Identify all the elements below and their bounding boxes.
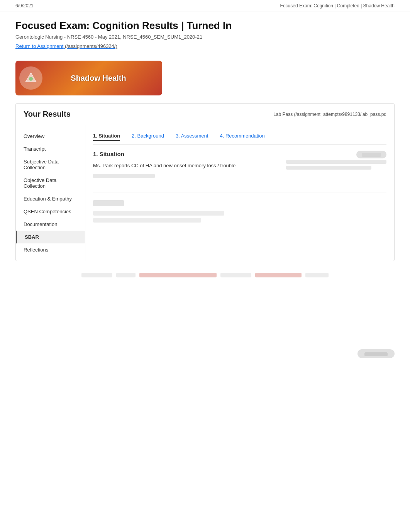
blurred-desc-2 [93, 218, 201, 223]
shadow-health-banner: Shadow Health [15, 61, 162, 95]
blurred-desc-1 [93, 211, 224, 216]
blurred-bar-item-4 [220, 273, 251, 277]
content-area: Overview Transcript Subjective Data Coll… [16, 125, 394, 261]
sidebar-item-objective[interactable]: Objective Data Collection [16, 174, 85, 192]
sidebar-item-documentation[interactable]: Documentation [16, 218, 85, 231]
sidebar-item-subjective[interactable]: Subjective Data Collection [16, 155, 85, 174]
blurred-score-details [286, 160, 386, 172]
results-title: Your Results [24, 110, 71, 119]
score-badge-top [356, 151, 386, 158]
blurred-lower-section [93, 192, 386, 223]
return-to-assignment-link[interactable]: Return to Assignment (/assignments/49632… [15, 43, 117, 49]
lab-pass-link[interactable]: Lab Pass (/assignment_attempts/9891133/l… [273, 112, 386, 117]
blurred-bar-item-6 [305, 273, 329, 277]
sbar-section-content: 1. Situation Ms. Park reports CC of HA a… [93, 151, 386, 180]
page-tab-title: Focused Exam: Cognition | Completed | Sh… [280, 3, 395, 8]
subtitle: Gerontologic Nursing - NRSE 4560 - May 2… [15, 34, 395, 40]
tab-recommendation[interactable]: 4. Recommendation [220, 133, 264, 141]
svg-point-1 [29, 77, 33, 81]
footer-score-badge [357, 349, 395, 358]
blurred-bar-item-5 [255, 273, 302, 277]
blurred-bar-item-2 [116, 273, 136, 277]
sidebar: Overview Transcript Subjective Data Coll… [16, 125, 85, 261]
page-date: 6/9/2021 [15, 3, 34, 8]
sidebar-item-education-empathy[interactable]: Education & Empathy [16, 192, 85, 205]
footer-score-area [0, 343, 410, 364]
logo-circle [19, 66, 42, 90]
banner-text: Shadow Health [71, 74, 126, 83]
blurred-bar-item-1 [81, 273, 112, 277]
page-title: Focused Exam: Cognition Results | Turned… [15, 20, 395, 32]
blurred-bar-item-3 [139, 273, 217, 277]
results-header: Your Results Lab Pass (/assignment_attem… [16, 104, 394, 125]
sidebar-item-qsen[interactable]: QSEN Competencies [16, 205, 85, 218]
sidebar-item-reflections[interactable]: Reflections [16, 243, 85, 256]
sidebar-item-overview[interactable]: Overview [16, 130, 85, 143]
tab-situation[interactable]: 1. Situation [93, 133, 120, 141]
sbar-content-blurred [93, 174, 386, 178]
results-container: Your Results Lab Pass (/assignment_attem… [15, 103, 395, 261]
bottom-blurred-bar [15, 273, 395, 277]
sidebar-item-transcript[interactable]: Transcript [16, 143, 85, 155]
blurred-section-title [93, 200, 124, 206]
main-content: 1. Situation 2. Background 3. Assessment… [85, 125, 394, 261]
sidebar-item-sbar[interactable]: SBAR [16, 231, 85, 243]
sbar-tabs: 1. Situation 2. Background 3. Assessment… [93, 133, 386, 144]
tab-background[interactable]: 2. Background [132, 133, 164, 141]
tab-assessment[interactable]: 3. Assessment [176, 133, 208, 141]
